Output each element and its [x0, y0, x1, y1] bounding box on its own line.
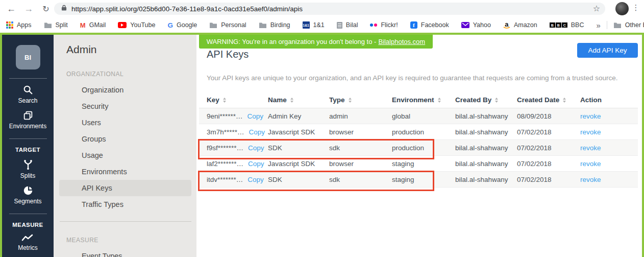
- admin-nav-environments[interactable]: Environments: [59, 163, 191, 180]
- reload-button[interactable]: ↻: [39, 2, 53, 16]
- sort-icon[interactable]: [495, 98, 498, 103]
- key-type: browser: [329, 160, 392, 168]
- bookmark-birding-folder[interactable]: Birding: [259, 21, 290, 29]
- url-text: https://app.split.io/org/025b6d00-7e36-1…: [71, 5, 303, 13]
- revoke-link[interactable]: revoke: [580, 128, 601, 136]
- revoke-link[interactable]: revoke: [580, 144, 601, 152]
- rail-item-search[interactable]: Search: [18, 84, 37, 104]
- flickr-icon: [370, 24, 377, 27]
- revoke-link[interactable]: revoke: [580, 160, 601, 168]
- key-created-date: 07/02/2018: [517, 128, 580, 136]
- splits-icon: [22, 158, 34, 171]
- forward-button[interactable]: →: [21, 2, 36, 16]
- rail-item-metrics[interactable]: Metrics: [18, 233, 38, 251]
- admin-nav-event-types[interactable]: Event Types: [59, 248, 191, 257]
- rail-divider: [9, 214, 47, 214]
- copy-key-link[interactable]: Copy: [248, 144, 264, 152]
- copy-key-link[interactable]: Copy: [248, 160, 264, 168]
- rail-section-measure: MEASURE: [12, 222, 43, 228]
- bookmark-bilal[interactable]: Bilal: [337, 21, 358, 29]
- bookmark-star-icon[interactable]: ☆: [593, 4, 600, 13]
- api-keys-description: Your API keys are unique to your organiz…: [207, 74, 638, 82]
- key-created-by: bilal.al-shahwany: [455, 144, 517, 152]
- sort-icon[interactable]: [290, 98, 293, 103]
- bookmarks-bar: Apps Split M GMail YouTube G Google Pers…: [0, 17, 644, 33]
- revoke-link[interactable]: revoke: [580, 176, 601, 183]
- google-g-icon: G: [167, 21, 173, 29]
- key-created-by: bilal.al-shahwany: [455, 176, 517, 183]
- key-type: browser: [329, 128, 392, 136]
- warning-text: WARNING: You're in an organization you d…: [207, 38, 377, 45]
- search-icon: [22, 84, 34, 96]
- column-header-created-by[interactable]: Created By: [455, 96, 517, 104]
- split-app-frame: BI Search Environments TARGET Spli: [0, 33, 644, 257]
- youtube-icon: [118, 22, 127, 28]
- key-created-date: 07/02/2018: [517, 144, 580, 152]
- gmail-icon: M: [80, 21, 86, 29]
- column-header-key[interactable]: Key: [199, 96, 268, 104]
- admin-nav-api-keys[interactable]: API Keys: [59, 180, 191, 196]
- rail-divider: [9, 78, 47, 79]
- key-name: Javascript SDK: [268, 128, 329, 136]
- page-title: API Keys: [207, 49, 249, 60]
- amazon-icon: a: [503, 21, 510, 29]
- folder-icon: [44, 22, 52, 29]
- browser-toolbar: ← → ↻ https://app.split.io/org/025b6d00-…: [0, 0, 644, 17]
- bookmark-amazon[interactable]: a Amazon: [503, 21, 537, 29]
- sort-icon[interactable]: [223, 98, 226, 103]
- org-avatar[interactable]: BI: [16, 45, 40, 69]
- sort-icon[interactable]: [349, 98, 352, 103]
- bookmark-personal-folder[interactable]: Personal: [209, 21, 246, 29]
- folder-icon: [613, 22, 622, 29]
- revoke-link[interactable]: revoke: [580, 112, 601, 120]
- copy-key-link[interactable]: Copy: [247, 112, 264, 120]
- bookmark-youtube[interactable]: YouTube: [118, 21, 155, 29]
- rail-section-target: TARGET: [15, 147, 40, 153]
- column-header-environment[interactable]: Environment: [392, 96, 455, 104]
- sort-icon[interactable]: [438, 98, 441, 103]
- copy-key-link[interactable]: Copy: [249, 128, 265, 136]
- bookmark-apps[interactable]: Apps: [6, 21, 32, 29]
- sort-icon[interactable]: [563, 98, 566, 103]
- browser-profile-avatar[interactable]: [615, 2, 629, 15]
- column-header-name[interactable]: Name: [268, 96, 329, 104]
- admin-nav-usage[interactable]: Usage: [59, 147, 191, 163]
- back-button[interactable]: ←: [4, 2, 18, 16]
- bookmark-bbc[interactable]: BBC BBC: [550, 21, 584, 29]
- add-api-key-button[interactable]: Add API Key: [577, 43, 638, 58]
- column-header-created-date[interactable]: Created Date: [517, 96, 580, 104]
- admin-nav-security[interactable]: Security: [59, 98, 191, 114]
- bookmark-facebook[interactable]: f Facebook: [410, 21, 449, 29]
- rail-item-environments[interactable]: Environments: [9, 110, 46, 130]
- admin-nav-users[interactable]: Users: [59, 114, 191, 131]
- bookmark-1and1[interactable]: 1&1 1&1: [303, 21, 325, 29]
- bookmarks-overflow-chevron[interactable]: »: [596, 21, 600, 30]
- bookmark-flickr[interactable]: Flickr!: [370, 21, 398, 29]
- bookmark-split-folder[interactable]: Split: [44, 21, 68, 29]
- column-header-type[interactable]: Type: [329, 96, 392, 104]
- table-row: f9sf*******…Copy SDK sdk production bila…: [199, 140, 638, 156]
- bookmark-gmail[interactable]: M GMail: [80, 21, 106, 29]
- admin-nav-groups[interactable]: Groups: [59, 131, 191, 147]
- rail-item-splits[interactable]: Splits: [20, 158, 35, 179]
- key-type: sdk: [329, 176, 392, 183]
- bookmark-yahoo[interactable]: Yahoo: [461, 21, 491, 29]
- org-warning-banner: WARNING: You're in an organization you d…: [199, 35, 433, 49]
- key-type: admin: [329, 112, 392, 120]
- section-label-measure: MEASURE: [66, 237, 196, 244]
- api-keys-table: Key Name Type Environment Created By Cre…: [199, 92, 638, 188]
- yahoo-mail-icon: [461, 22, 469, 28]
- address-bar[interactable]: https://app.split.io/org/025b6d00-7e36-1…: [54, 3, 605, 15]
- bilalphotos-link[interactable]: Bilalphotos.com: [378, 38, 425, 45]
- rail-item-segments[interactable]: Segments: [14, 185, 41, 205]
- key-type: sdk: [329, 144, 392, 152]
- facebook-icon: f: [410, 21, 417, 29]
- admin-nav-traffic-types[interactable]: Traffic Types: [59, 196, 191, 213]
- browser-menu-icon[interactable]: ⋮: [631, 3, 641, 12]
- admin-nav-organization[interactable]: Organization: [59, 82, 191, 98]
- copy-key-link[interactable]: Copy: [247, 176, 264, 183]
- other-bookmarks-folder[interactable]: Other Bookmarks: [613, 21, 644, 29]
- key-name: SDK: [268, 144, 329, 152]
- bookmark-google[interactable]: G Google: [167, 21, 197, 29]
- segments-icon: [22, 185, 34, 196]
